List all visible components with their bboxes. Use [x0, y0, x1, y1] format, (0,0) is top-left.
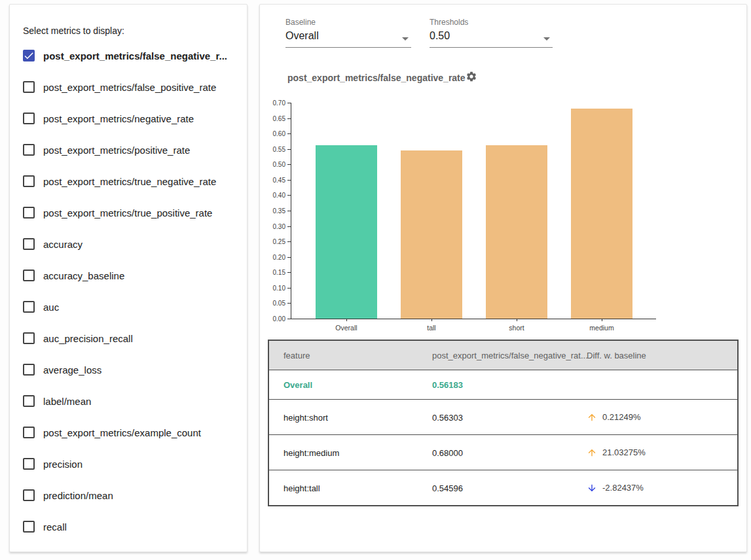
y-tick-label: 0.15: [273, 269, 285, 276]
metric-item[interactable]: prediction/mean: [23, 487, 113, 503]
metric-item[interactable]: post_export_metrics/example_count: [23, 425, 201, 440]
metric-label: prediction/mean: [43, 490, 113, 501]
y-tick-label: 0.20: [273, 253, 285, 260]
metric-label: post_export_metrics/negative_rate: [43, 113, 194, 124]
diff-percentage: 21.03275%: [602, 447, 646, 457]
settings-gear-icon[interactable]: [466, 71, 477, 82]
metric-label: auc: [43, 302, 59, 313]
metric-label: post_export_metrics/false_positive_rate: [43, 82, 216, 93]
checkbox-unchecked-icon[interactable]: [23, 175, 35, 187]
metric-item[interactable]: post_export_metrics/true_positive_rate: [23, 205, 212, 220]
metric-item[interactable]: accuracy: [23, 236, 82, 252]
metric-label: post_export_metrics/true_negative_rate: [43, 176, 216, 187]
bar-short[interactable]: [486, 145, 547, 319]
y-tick-mark: [287, 211, 291, 211]
y-tick-label: 0.70: [273, 99, 285, 107]
checkbox-unchecked-icon[interactable]: [23, 521, 35, 533]
y-tick-label: 0.40: [273, 192, 285, 199]
metric-item[interactable]: auc: [23, 299, 59, 315]
metric-item[interactable]: auc_precision_recall: [23, 330, 133, 346]
bar-Overall[interactable]: [316, 145, 377, 319]
y-tick-label: 0.05: [273, 300, 285, 307]
metric-label: post_export_metrics/positive_rate: [43, 145, 190, 156]
x-tick-label: medium: [589, 324, 614, 332]
cell-metric-value: 0.68000: [432, 447, 463, 457]
y-tick-label: 0.25: [273, 238, 285, 245]
metric-item[interactable]: label/mean: [23, 393, 91, 409]
x-tick-label: tall: [427, 324, 435, 332]
y-tick-mark: [287, 241, 291, 242]
y-tick-mark: [287, 180, 291, 181]
y-tick-mark: [287, 303, 291, 304]
metric-selector-panel: Select metrics to display: post_export_m…: [9, 4, 247, 552]
metric-item[interactable]: post_export_metrics/false_positive_rate: [23, 79, 216, 95]
baseline-dropdown[interactable]: Baseline Overall: [285, 18, 411, 48]
chevron-down-icon: [543, 37, 550, 41]
metric-label: precision: [43, 459, 82, 470]
checkbox-unchecked-icon[interactable]: [23, 458, 35, 470]
cell-diff: 0.21249%: [587, 412, 641, 423]
metric-label: post_export_metrics/false_negative_r...: [43, 50, 227, 61]
metrics-table-body: Overall0.56183height:short0.563030.21249…: [269, 370, 737, 505]
table-row: height:medium0.6800021.03275%: [269, 434, 737, 470]
y-tick-label: 0.00: [273, 315, 285, 323]
metric-item[interactable]: accuracy_baseline: [23, 268, 124, 283]
checkbox-unchecked-icon[interactable]: [23, 207, 35, 219]
column-header-metric: post_export_metrics/false_negative_rat..…: [432, 351, 588, 360]
checkbox-unchecked-icon[interactable]: [23, 238, 35, 250]
checkbox-unchecked-icon[interactable]: [23, 364, 35, 376]
cell-diff: -2.82437%: [587, 483, 644, 493]
checkbox-unchecked-icon[interactable]: [23, 113, 35, 124]
y-tick-mark: [287, 226, 291, 227]
metric-item[interactable]: post_export_metrics/positive_rate: [23, 142, 190, 158]
thresholds-dropdown[interactable]: Thresholds 0.50: [430, 18, 553, 48]
metric-label: accuracy: [43, 239, 82, 250]
cell-feature: Overall: [284, 380, 312, 390]
metric-item[interactable]: post_export_metrics/true_negative_rate: [23, 173, 216, 189]
checkbox-checked-icon[interactable]: [23, 50, 35, 61]
table-row: height:tall0.54596-2.82437%: [269, 470, 737, 505]
table-row: Overall0.56183: [269, 370, 737, 399]
bar-medium[interactable]: [571, 109, 632, 319]
y-tick-label: 0.65: [273, 114, 285, 122]
metric-item[interactable]: precision: [23, 456, 82, 472]
y-tick-label: 0.50: [273, 161, 285, 168]
checkbox-unchecked-icon[interactable]: [23, 395, 35, 407]
metric-item[interactable]: post_export_metrics/negative_rate: [23, 111, 194, 126]
y-tick-mark: [287, 103, 291, 103]
arrow-down-icon: [587, 483, 597, 493]
checkbox-unchecked-icon[interactable]: [23, 332, 35, 344]
thresholds-dropdown-value: 0.50: [430, 30, 553, 42]
metric-label: accuracy_baseline: [43, 270, 124, 281]
thresholds-dropdown-label: Thresholds: [430, 18, 553, 27]
y-tick-mark: [287, 133, 291, 134]
metric-item[interactable]: post_export_metrics/false_negative_r...: [23, 48, 227, 63]
metric-item[interactable]: average_loss: [23, 362, 101, 377]
y-tick-label: 0.10: [273, 284, 285, 291]
cell-feature: height:short: [284, 412, 328, 422]
x-tick-label: Overall: [335, 324, 357, 332]
checkbox-unchecked-icon[interactable]: [23, 489, 35, 501]
y-tick-label: 0.55: [273, 145, 285, 152]
x-tick-mark: [602, 319, 602, 321]
metric-item[interactable]: recall: [23, 519, 67, 534]
table-row: height:short0.563030.21249%: [269, 399, 737, 434]
y-tick-label: 0.35: [273, 207, 285, 215]
bar-chart: Overalltallshortmedium: [291, 103, 656, 319]
checkbox-unchecked-icon[interactable]: [23, 144, 35, 156]
chart-title: post_export_metrics/false_negative_rate: [287, 73, 466, 83]
cell-metric-value: 0.54596: [432, 483, 463, 493]
y-tick-mark: [287, 195, 291, 196]
checkbox-unchecked-icon[interactable]: [23, 270, 35, 281]
cell-feature: height:tall: [284, 483, 320, 493]
bar-tall[interactable]: [401, 150, 462, 319]
diff-percentage: 0.21249%: [602, 412, 641, 422]
checkbox-unchecked-icon[interactable]: [23, 427, 35, 438]
chart-y-axis-labels: 0.000.050.100.150.200.250.300.350.400.45…: [260, 103, 287, 320]
checkbox-unchecked-icon[interactable]: [23, 301, 35, 313]
chevron-down-icon: [402, 37, 409, 41]
metric-label: post_export_metrics/true_positive_rate: [43, 207, 212, 219]
checkbox-unchecked-icon[interactable]: [23, 81, 35, 93]
y-tick-mark: [287, 164, 291, 165]
metrics-display-panel: Baseline Overall Thresholds 0.50 post_ex…: [259, 4, 747, 552]
